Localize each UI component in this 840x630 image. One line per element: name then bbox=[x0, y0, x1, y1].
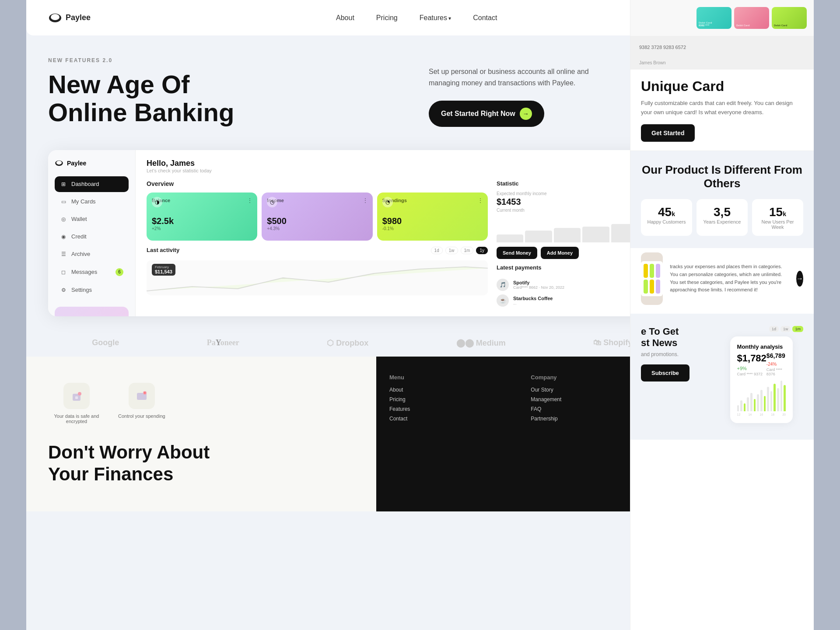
activity-section: Last activity 1d 1w 1m 1y bbox=[147, 247, 488, 295]
monthly-title: Monthly analysis bbox=[737, 343, 786, 350]
footer-pricing[interactable]: Pricing bbox=[389, 396, 518, 402]
sidebar-label-credit: Credit bbox=[71, 233, 87, 240]
spendings-change: -0.1% bbox=[382, 226, 483, 231]
monthly-analysis-area: 1d 1w 1m Monthly analysis $1,782 +9% Car… bbox=[720, 326, 803, 427]
sidebar-item-messages[interactable]: ◻ Messages 6 bbox=[55, 264, 129, 280]
monthly-card: Monthly analysis $1,782 +9% Card **** 93… bbox=[730, 336, 793, 423]
sidebar-label-settings: Settings bbox=[71, 287, 92, 293]
sidebar-logo: Paylee bbox=[55, 159, 129, 168]
laptop-block-green bbox=[650, 264, 654, 278]
balance-value: $2.5k bbox=[152, 216, 252, 226]
filter-1y[interactable]: 1y bbox=[476, 247, 488, 254]
safe-icon-box bbox=[63, 383, 90, 409]
messages-badge: 6 bbox=[116, 268, 123, 276]
activity-chart: February $11,543 bbox=[147, 260, 488, 295]
monthly-val-row: $1,782 +9% Card **** 9372 $6,789 -24% Ca… bbox=[737, 352, 786, 376]
mini-card-pink: Debit Card bbox=[734, 7, 769, 29]
monthly-bar-7 bbox=[760, 390, 763, 411]
main-container: Paylee About Pricing Features Contact Si… bbox=[26, 0, 814, 630]
monthly-sub-block: $6,789 -24% Card **** 8376 bbox=[766, 352, 786, 376]
stats-row: 45k Happy Customers 3,5 Years Experience… bbox=[641, 199, 803, 236]
send-money-button[interactable]: Send Money bbox=[497, 247, 537, 259]
svg-point-3 bbox=[56, 161, 62, 164]
nav-features[interactable]: Features bbox=[420, 14, 451, 21]
sidebar: Paylee ⊞ Dashboard ▭ My Cards ◎ Wallet ◉… bbox=[48, 150, 136, 316]
add-money-button[interactable]: Add Money bbox=[541, 247, 579, 259]
monthly-main-block: $1,782 +9% Card **** 9372 bbox=[737, 353, 766, 376]
laptop-block-green2 bbox=[644, 280, 648, 294]
income-card: ◷ ⋮ Income $500 +4.3% bbox=[262, 192, 372, 241]
sidebar-item-dashboard[interactable]: ⊞ Dashboard bbox=[55, 176, 129, 192]
nav-about[interactable]: About bbox=[336, 14, 354, 21]
sidebar-item-credit[interactable]: ◉ Credit bbox=[55, 229, 129, 245]
safe-label: Your data is safe and encrypted bbox=[48, 413, 105, 424]
settings-icon: ⚙ bbox=[60, 287, 67, 294]
filter-1d[interactable]: 1d bbox=[431, 247, 443, 254]
filter-1w[interactable]: 1w bbox=[445, 247, 458, 254]
balance-label: Balance bbox=[152, 198, 252, 203]
card-number-display: 9382 3728 9283 6572 bbox=[630, 36, 814, 59]
monthly-bar-13 bbox=[780, 381, 783, 411]
activity-month: February bbox=[155, 265, 172, 269]
income-menu[interactable]: ⋮ bbox=[362, 197, 368, 204]
newsletter-section: e To Get st News and promotions. Subscri… bbox=[630, 314, 814, 440]
monthly-card-label: Card **** 9372 bbox=[737, 372, 766, 376]
monthly-bar-2 bbox=[744, 403, 746, 411]
filter-1m[interactable]: 1m bbox=[461, 247, 474, 254]
sidebar-label-wallet: Wallet bbox=[71, 216, 87, 222]
monthly-bar-0 bbox=[737, 405, 739, 411]
laptop-block-yellow2 bbox=[650, 280, 654, 294]
sidebar-item-wallet[interactable]: ◎ Wallet bbox=[55, 211, 129, 227]
laptop-image bbox=[641, 252, 663, 305]
years-exp-desc: Years Experience bbox=[703, 219, 742, 224]
monthly-bar-14 bbox=[784, 385, 786, 411]
stat-years-exp: 3,5 Years Experience bbox=[696, 199, 748, 236]
dash-greeting: Hello, James bbox=[147, 159, 212, 168]
starbucks-icon: ☕ bbox=[497, 294, 509, 307]
monthly-x-labels: 12 14 16 18 20 bbox=[737, 413, 786, 416]
spendings-menu[interactable]: ⋮ bbox=[477, 197, 483, 204]
archive-icon: ☰ bbox=[60, 251, 67, 258]
newsletter-title: e To Get st News bbox=[641, 326, 711, 349]
nav-links: About Pricing Features Contact bbox=[336, 14, 497, 22]
hero-badge: NEW FEATURES 2.0 bbox=[48, 57, 411, 63]
nav-pricing[interactable]: Pricing bbox=[376, 14, 398, 21]
sidebar-item-archive[interactable]: ☰ Archive bbox=[55, 246, 129, 262]
cards-preview-area: Debit Card 8382 **** Debit Card Debit Ca… bbox=[630, 0, 814, 36]
footer-about[interactable]: About bbox=[389, 387, 518, 393]
monthly-filter-1d[interactable]: 1d bbox=[769, 326, 779, 332]
hero-title: New Age Of Online Banking bbox=[48, 70, 411, 126]
unique-card-title: Unique Card bbox=[641, 78, 803, 94]
safe-icon bbox=[70, 389, 83, 402]
monthly-filter-1w[interactable]: 1w bbox=[780, 326, 791, 332]
footer-features[interactable]: Features bbox=[389, 406, 518, 412]
feature-safe: Your data is safe and encrypted bbox=[48, 383, 105, 424]
wallet-icon: ◎ bbox=[60, 216, 67, 223]
nav-contact[interactable]: Contact bbox=[473, 14, 497, 21]
subscribe-button[interactable]: Subscribe bbox=[641, 364, 690, 382]
hero-description: Set up personal or business accounts all… bbox=[429, 66, 595, 88]
monthly-filter-1m[interactable]: 1m bbox=[792, 326, 803, 332]
cardholder-name: James Brown bbox=[630, 59, 814, 70]
footer-contact[interactable]: Contact bbox=[389, 416, 518, 422]
logo[interactable]: Paylee bbox=[48, 11, 91, 25]
logo-icon bbox=[48, 11, 62, 25]
newsletter-desc: and promotions. bbox=[641, 351, 711, 357]
cta-button[interactable]: Get Started Right Now → bbox=[429, 101, 544, 127]
balance-card: ◑ ⋮ Balance $2.5k +2% bbox=[147, 192, 257, 241]
stat-bar-2 bbox=[554, 228, 581, 242]
years-exp-num: 3,5 bbox=[703, 205, 742, 219]
stat-bar-3 bbox=[582, 227, 609, 242]
next-arrow-button[interactable]: → bbox=[796, 271, 803, 287]
get-started-button[interactable]: Get Started bbox=[641, 124, 695, 142]
time-filters: 1d 1w 1m 1y bbox=[431, 247, 488, 254]
sidebar-item-settings[interactable]: ⚙ Settings bbox=[55, 282, 129, 298]
spendings-value: $980 bbox=[382, 216, 483, 226]
stat-new-users: 15k New Users Per Week bbox=[752, 199, 803, 236]
sidebar-item-mycards[interactable]: ▭ My Cards bbox=[55, 194, 129, 210]
balance-menu[interactable]: ⋮ bbox=[247, 197, 253, 204]
bottom-title: Don't Worry About Your Finances bbox=[48, 441, 354, 486]
monthly-card-sub-label: Card **** 8376 bbox=[766, 368, 786, 376]
newsletter-text: e To Get st News and promotions. Subscri… bbox=[641, 326, 711, 382]
payments-title: Latest payments bbox=[497, 264, 542, 271]
